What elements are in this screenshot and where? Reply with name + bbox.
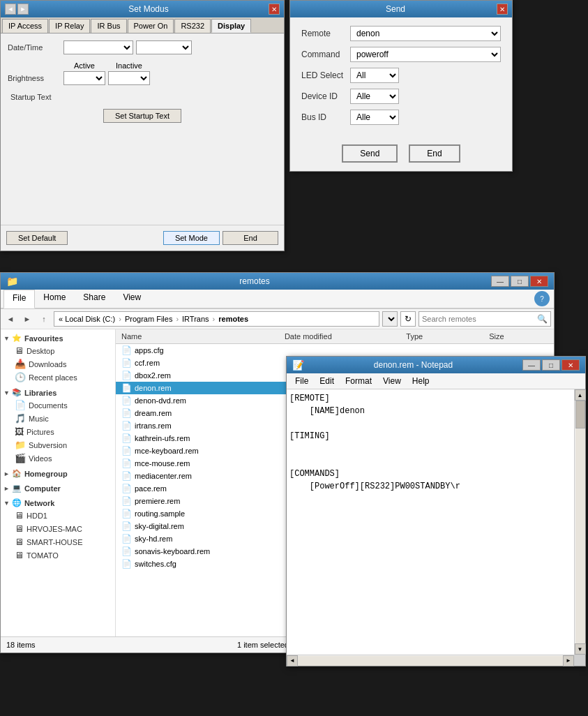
- send-close-btn[interactable]: ✕: [497, 3, 508, 15]
- desktop-icon: 🖥: [15, 345, 24, 356]
- sidebar-item-hdd1[interactable]: 🖥 HDD1: [1, 509, 115, 522]
- explorer-close-btn[interactable]: ✕: [530, 276, 548, 287]
- led-select-row: LED Select All: [301, 68, 501, 83]
- set-mode-btn[interactable]: Set Mode: [163, 231, 220, 245]
- datetime-select-1[interactable]: [63, 40, 133, 54]
- ribbon-tab-view[interactable]: View: [114, 290, 150, 308]
- sidebar-item-recent[interactable]: 🕒 Recent places: [1, 371, 115, 384]
- ribbon-tab-share[interactable]: Share: [75, 290, 114, 308]
- datetime-row: Date/Time: [8, 40, 277, 54]
- notepad-maximize-btn[interactable]: □: [542, 359, 560, 371]
- startup-text-area: Startup Text Set Startup Text: [8, 92, 277, 155]
- tab-power-on[interactable]: Power On: [128, 19, 174, 33]
- ribbon-tab-file[interactable]: File: [3, 290, 35, 308]
- bus-id-select[interactable]: Alle: [350, 110, 399, 125]
- sidebar-item-smart-house[interactable]: 🖥 SMART-HOUSE: [1, 535, 115, 549]
- homegroup-header[interactable]: ► 🏠 Homegroup: [1, 468, 115, 479]
- file-name-cell: 📄 irtrans.rem: [116, 420, 282, 431]
- notepad-menu-edit[interactable]: Edit: [314, 375, 340, 387]
- ribbon-tabs: File Home Share View ?: [1, 290, 554, 308]
- set-modus-tabs: IP Access IP Relay IR Bus Power On RS232…: [1, 17, 284, 33]
- notepad-hscrollbar: ◄ ►: [287, 655, 574, 666]
- scrollbar-down-btn[interactable]: ▼: [575, 643, 586, 655]
- homegroup-icon: 🏠: [12, 469, 22, 478]
- up-btn[interactable]: ↑: [37, 312, 51, 326]
- col-size[interactable]: Size: [486, 331, 554, 342]
- subversion-label: Subversion: [29, 441, 67, 449]
- table-row[interactable]: 📄 apps.cfg: [116, 344, 554, 357]
- nav-next-btn[interactable]: ►: [17, 3, 29, 15]
- notepad-menu-format[interactable]: Format: [340, 375, 377, 387]
- file-name-cell: 📄 premiere.rem: [116, 495, 282, 507]
- notepad-menu-view[interactable]: View: [377, 375, 407, 387]
- send-send-btn[interactable]: Send: [342, 144, 398, 163]
- notepad-textarea[interactable]: [REMOTE] [NAME]denon [TIMING] [COMMANDS]…: [287, 389, 574, 655]
- scrollbar-up-btn[interactable]: ▲: [575, 389, 586, 401]
- sidebar-item-pictures[interactable]: 🖼 Pictures: [1, 425, 115, 438]
- scrollbar-thumb[interactable]: [575, 401, 585, 428]
- titlebar-nav[interactable]: ◄ ►: [5, 3, 29, 15]
- set-modus-close-btn[interactable]: ✕: [269, 3, 280, 15]
- notepad-minimize-btn[interactable]: —: [522, 359, 541, 371]
- send-end-btn[interactable]: End: [409, 144, 460, 163]
- file-icon: 📄: [121, 421, 132, 431]
- libraries-header[interactable]: ▼ 📚 Libraries: [1, 387, 115, 398]
- search-input[interactable]: [422, 315, 537, 323]
- forward-btn[interactable]: ►: [20, 312, 34, 326]
- notepad-menu-file[interactable]: File: [289, 375, 314, 387]
- hscrollbar-left-btn[interactable]: ◄: [287, 655, 298, 666]
- col-type[interactable]: Type: [403, 331, 486, 342]
- favourites-header[interactable]: ▼ ⭐ Favourites: [1, 332, 115, 344]
- col-date-modified[interactable]: Date modified: [282, 331, 403, 342]
- sidebar-item-documents[interactable]: 📄 Documents: [1, 398, 115, 412]
- sidebar-item-desktop[interactable]: 🖥 Desktop: [1, 344, 115, 357]
- notepad-menu-help[interactable]: Help: [407, 375, 435, 387]
- command-select[interactable]: poweroff: [350, 47, 501, 62]
- network-header[interactable]: ▼ 🌐 Network: [1, 497, 115, 509]
- refresh-btn[interactable]: ↻: [400, 311, 416, 327]
- notepad-content: [REMOTE] [NAME]denon [TIMING] [COMMANDS]…: [287, 389, 585, 655]
- bus-id-label: Bus ID: [301, 112, 350, 122]
- sidebar-item-downloads[interactable]: 📥 Downloads: [1, 357, 115, 371]
- set-startup-text-btn[interactable]: Set Startup Text: [103, 109, 181, 123]
- tab-ir-bus[interactable]: IR Bus: [91, 19, 126, 33]
- computer-header[interactable]: ► 💻 Computer: [1, 482, 115, 494]
- sidebar-item-videos[interactable]: 🎬 Videos: [1, 452, 115, 465]
- nav-prev-btn[interactable]: ◄: [5, 3, 16, 15]
- tab-display[interactable]: Display: [211, 19, 251, 33]
- back-btn[interactable]: ◄: [3, 312, 17, 326]
- explorer-maximize-btn[interactable]: □: [511, 276, 529, 287]
- ribbon-tab-home[interactable]: Home: [35, 290, 75, 308]
- notepad-close-btn[interactable]: ✕: [561, 359, 580, 371]
- notepad-win-btns: — □ ✕: [522, 359, 580, 371]
- file-name-cell: 📄 denon.rem: [116, 382, 282, 394]
- address-path[interactable]: « Local Disk (C:) › Program Files › IRTr…: [54, 311, 379, 327]
- sidebar-item-music[interactable]: 🎵 Music: [1, 412, 115, 425]
- set-default-btn[interactable]: Set Default: [6, 231, 68, 245]
- datetime-select-2[interactable]: [136, 40, 192, 54]
- sidebar-item-hrvojes-mac[interactable]: 🖥 HRVOJES-MAC: [1, 522, 115, 535]
- led-select-select[interactable]: All: [350, 68, 399, 83]
- brightness-active-select[interactable]: [63, 71, 105, 85]
- file-name-cell: 📄 sonavis-keyboard.rem: [116, 546, 282, 557]
- search-icon[interactable]: 🔍: [537, 314, 548, 324]
- file-name: switches.cfg: [135, 560, 176, 568]
- sidebar-item-tomato[interactable]: 🖥 TOMATO: [1, 549, 115, 562]
- address-dropdown[interactable]: [382, 311, 398, 327]
- remote-select[interactable]: denon: [350, 26, 501, 41]
- tab-ip-relay[interactable]: IP Relay: [49, 19, 90, 33]
- col-name[interactable]: Name: [116, 331, 282, 342]
- file-icon: 📄: [121, 458, 132, 468]
- tab-rs232[interactable]: RS232: [174, 19, 211, 33]
- brightness-inactive-select[interactable]: [108, 71, 150, 85]
- device-id-select[interactable]: Alle: [350, 89, 399, 104]
- tab-ip-access[interactable]: IP Access: [2, 19, 48, 33]
- videos-label: Videos: [29, 454, 52, 463]
- sidebar-item-subversion[interactable]: 📁 Subversion: [1, 438, 115, 452]
- modus-end-btn[interactable]: End: [223, 231, 278, 245]
- explorer-minimize-btn[interactable]: —: [491, 276, 509, 287]
- file-name: premiere.rem: [135, 497, 180, 505]
- hscrollbar-right-btn[interactable]: ►: [563, 655, 574, 666]
- notepad-resize-handle[interactable]: [574, 655, 585, 666]
- help-btn[interactable]: ?: [534, 291, 550, 306]
